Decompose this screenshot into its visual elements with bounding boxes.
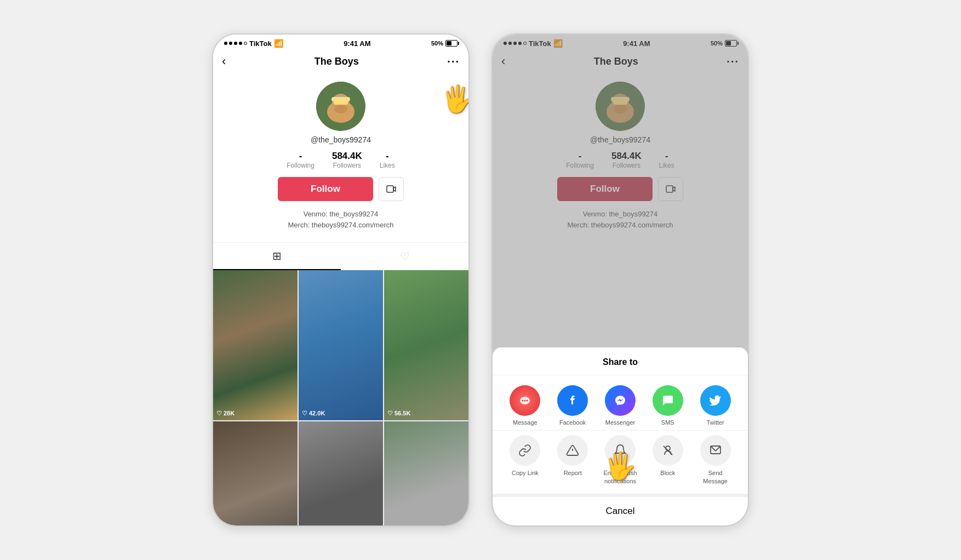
action-block[interactable]: Block (644, 435, 691, 485)
share-facebook[interactable]: Facebook (549, 385, 597, 426)
right-phone: TikTok 📶 9:41 AM 50% ‹ The Boys ··· (491, 33, 749, 527)
svg-point-18 (527, 400, 528, 402)
status-bar-left: TikTok 📶 9:41 AM 50% (213, 35, 468, 50)
time-left: 9:41 AM (344, 39, 370, 48)
facebook-label: Facebook (559, 419, 586, 426)
action-report[interactable]: Report (549, 435, 597, 485)
video-grid-left: 28K 42.0K 56.5K (213, 270, 468, 527)
sms-icon-circle (653, 385, 683, 416)
copy-link-icon-circle (510, 435, 540, 466)
followers-stat-left: 584.4K Followers (332, 151, 362, 169)
heart-icon-left: ♡ (400, 250, 410, 263)
twitter-label: Twitter (706, 419, 724, 426)
share-twitter[interactable]: Twitter (691, 385, 739, 426)
messenger-label: Messenger (605, 419, 635, 426)
svg-point-5 (334, 105, 347, 113)
share-messenger[interactable]: Messenger (597, 385, 644, 426)
avatar-image-left (316, 82, 365, 131)
video-thumb-5-left[interactable] (299, 421, 383, 527)
action-icons-row: Copy Link Report (493, 430, 748, 494)
grid-icon-left: ⊞ (272, 249, 282, 262)
svg-point-17 (524, 400, 526, 402)
share-title: Share to (493, 347, 748, 375)
carrier-left: TikTok (249, 39, 272, 48)
tab-likes-left[interactable]: ♡ (341, 243, 468, 270)
like-count-1-left: 28K (216, 410, 234, 417)
video-thumb-4-left[interactable] (213, 421, 298, 527)
svg-point-16 (522, 400, 524, 402)
battery-percent-left: 50% (431, 40, 443, 47)
message-icon-circle (510, 385, 540, 416)
cancel-button[interactable]: Cancel (493, 494, 748, 525)
action-row-left: Follow (278, 177, 404, 201)
video-thumb-2-left[interactable]: 42.0K (299, 270, 383, 420)
bio-line2-left: Merch: theboys99274.com/merch (288, 220, 394, 231)
report-label: Report (564, 469, 582, 477)
likes-stat-left: - Likes (380, 151, 395, 169)
page-title-left: The Boys (314, 56, 359, 67)
following-stat-left: - Following (287, 151, 314, 169)
video-thumb-1-left[interactable]: 28K (213, 270, 298, 420)
like-count-2-left: 42.0K (302, 410, 325, 417)
action-send-message[interactable]: Send Message (691, 435, 739, 485)
send-msg-icon-circle (700, 435, 731, 466)
likes-label-left: Likes (380, 162, 395, 169)
bio-section-left: Venmo: the_boys99274 Merch: theboys99274… (288, 209, 394, 230)
follow-button-left[interactable]: Follow (278, 177, 373, 201)
stats-row-left: - Following 584.4K Followers - Likes (287, 151, 395, 169)
action-copy-link[interactable]: Copy Link (501, 435, 549, 485)
share-message[interactable]: Message (501, 385, 549, 426)
avatar-left (316, 82, 365, 131)
username-left: @the_boys99274 (311, 135, 371, 144)
more-button-left[interactable]: ··· (447, 55, 460, 68)
video-thumb-3-left[interactable]: 56.5K (384, 270, 468, 420)
battery-icon-left (445, 40, 457, 47)
messenger-icon-circle (605, 385, 636, 416)
action-push-notifications[interactable]: Enable push notifications (597, 435, 644, 485)
following-value-left: - (299, 151, 302, 162)
video-button-left[interactable] (379, 177, 404, 201)
share-icons-row: Message Facebook Messenger (493, 375, 748, 430)
followers-value-left: 584.4K (332, 151, 362, 162)
following-label-left: Following (287, 162, 314, 169)
block-icon-circle (653, 435, 683, 466)
facebook-icon-circle (557, 385, 588, 416)
report-icon-circle (557, 435, 588, 466)
video-thumb-6-left[interactable] (384, 421, 468, 527)
likes-value-left: - (386, 151, 389, 162)
send-msg-label: Send Message (703, 469, 728, 485)
tab-grid-left[interactable]: ⊞ (213, 243, 341, 270)
tabs-row-left: ⊞ ♡ (213, 242, 468, 270)
share-sheet: Share to Message (493, 347, 748, 525)
message-label: Message (513, 419, 537, 426)
svg-rect-6 (387, 186, 393, 192)
push-notif-icon-circle (605, 435, 636, 466)
followers-label-left: Followers (333, 162, 361, 169)
twitter-icon-circle (700, 385, 731, 416)
wifi-icon-left: 📶 (274, 39, 283, 48)
bio-line1-left: Venmo: the_boys99274 (288, 209, 394, 220)
left-phone: TikTok 📶 9:41 AM 50% ‹ The Boys ··· (212, 33, 470, 527)
back-button-left[interactable]: ‹ (222, 54, 226, 68)
profile-section-left: @the_boys99274 - Following 584.4K Follow… (213, 73, 468, 237)
block-label: Block (660, 469, 675, 477)
like-count-3-left: 56.5K (387, 410, 410, 417)
nav-bar-left: ‹ The Boys ··· (213, 50, 468, 73)
share-sms[interactable]: SMS (644, 385, 691, 426)
push-notif-label: Enable push notifications (603, 469, 637, 485)
svg-rect-4 (334, 99, 348, 105)
sms-label: SMS (661, 419, 674, 426)
copy-link-label: Copy Link (512, 469, 539, 477)
